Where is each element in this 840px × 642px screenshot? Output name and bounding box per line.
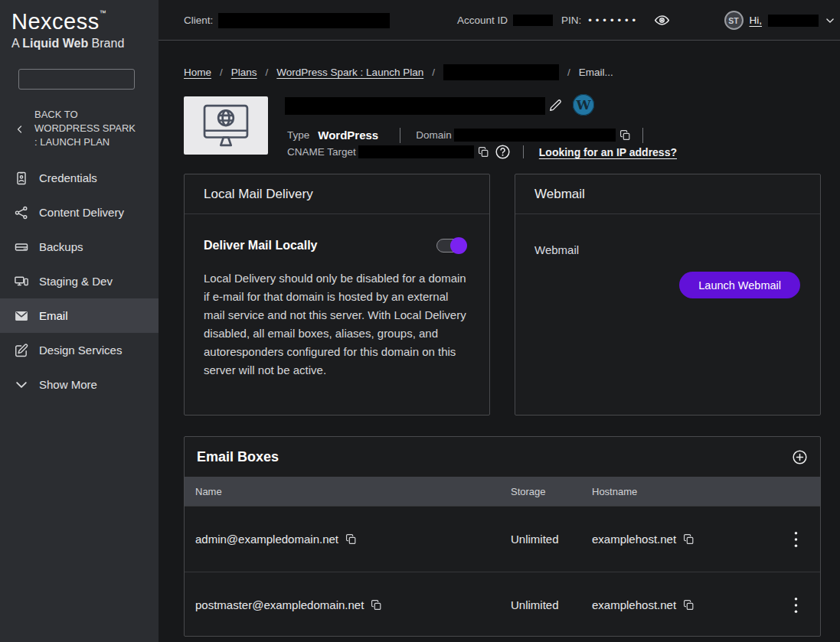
site-name-redacted: [285, 97, 545, 115]
card-title: Local Mail Delivery: [185, 174, 489, 214]
pencil-icon[interactable]: [549, 99, 562, 112]
sidebar-item-label: Design Services: [39, 344, 122, 357]
backups-icon: [14, 240, 29, 255]
client-value-redacted: [218, 13, 390, 28]
breadcrumb-separator: /: [567, 67, 570, 78]
chevron-down-icon[interactable]: [825, 15, 835, 26]
avatar[interactable]: ST: [724, 11, 744, 30]
sidebar-item-label: Content Delivery: [39, 206, 124, 219]
divider: [523, 145, 524, 158]
deliver-mail-locally-label: Deliver Mail Locally: [204, 239, 318, 253]
type-label: Type: [287, 129, 309, 141]
design-icon: [14, 343, 29, 358]
client-group: Client:: [184, 0, 390, 41]
sidebar-item-label: Show More: [39, 378, 97, 391]
breadcrumb-item[interactable]: Plans: [231, 67, 257, 78]
storage-value: Unlimited: [511, 598, 592, 611]
email-boxes-title: Email Boxes: [197, 449, 279, 465]
breadcrumb-separator: /: [266, 67, 269, 78]
breadcrumb: Home/Plans/WordPress Spark : Launch Plan…: [184, 64, 613, 80]
copy-icon[interactable]: [371, 599, 382, 611]
user-menu[interactable]: ST Hi,: [724, 0, 836, 41]
domain-label: Domain: [416, 129, 452, 141]
column-hostname: Hostname: [592, 486, 771, 497]
sidebar-search: [18, 69, 135, 90]
copy-icon[interactable]: [345, 533, 357, 545]
domain-value-redacted: [454, 129, 616, 142]
ip-address-link[interactable]: Looking for an IP address?: [539, 146, 677, 158]
content-delivery-icon: [14, 205, 29, 220]
type-value: WordPress: [318, 129, 378, 142]
site-meta-row-1: Type WordPress Domain: [287, 127, 643, 143]
credentials-icon: [14, 171, 29, 186]
sidebar-item-backups[interactable]: Backups: [0, 230, 159, 264]
email-address: admin@exampledomain.net: [195, 533, 338, 546]
copy-icon[interactable]: [619, 129, 631, 141]
account-id-redacted: [513, 15, 553, 26]
site-thumbnail: [184, 96, 268, 155]
table-row: admin@exampledomain.netUnlimitedexampleh…: [185, 506, 820, 572]
sidebar-item-label: Credentials: [39, 171, 97, 184]
sidebar-item-credentials[interactable]: Credentials: [0, 161, 159, 195]
search-input[interactable]: [19, 70, 163, 89]
chevron-left-icon: [15, 125, 25, 134]
email-address: postmaster@exampledomain.net: [195, 598, 364, 611]
back-to-plan-link[interactable]: BACK TO WORDPRESS SPARK : LAUNCH PLAN: [0, 108, 159, 149]
eye-icon[interactable]: [654, 12, 670, 28]
sidebar-item-staging-dev[interactable]: Staging & Dev: [0, 264, 159, 298]
pin-group: PIN: •••••••: [561, 0, 670, 41]
breadcrumb-item[interactable]: WordPress Spark : Launch Plan: [276, 67, 423, 78]
username-redacted: [768, 15, 819, 27]
chevron-down-icon: [14, 377, 29, 393]
pin-masked-value: •••••••: [588, 15, 639, 26]
breadcrumb-item: Email...: [579, 67, 613, 78]
staging-icon: [14, 274, 29, 289]
deliver-mail-locally-toggle[interactable]: [436, 239, 466, 253]
hostname-value: examplehost.net: [592, 598, 676, 611]
table-header: Name Storage Hostname: [185, 477, 820, 506]
sidebar-item-label: Backups: [39, 240, 83, 253]
breadcrumb-item[interactable]: Home: [184, 67, 211, 78]
local-delivery-description: Local Delivery should only be disabled f…: [204, 269, 472, 380]
wordpress-logo: W: [573, 94, 594, 116]
row-actions-kebab[interactable]: [784, 524, 807, 555]
nexcess-logo: Nexcess™ A Liquid Web Brand: [11, 9, 124, 51]
monitor-globe-icon: [200, 103, 252, 148]
divider: [400, 128, 400, 143]
breadcrumb-separator: /: [220, 67, 223, 78]
sidebar-item-label: Email: [39, 309, 68, 322]
cname-value-redacted: [358, 145, 474, 158]
cname-label: CNAME Target: [287, 146, 356, 158]
trademark: ™: [100, 9, 107, 17]
hostname-value: examplehost.net: [592, 533, 676, 546]
column-storage: Storage: [511, 486, 592, 497]
divider: [642, 128, 643, 143]
table-row: postmaster@exampledomain.netUnlimitedexa…: [185, 572, 820, 637]
sidebar-nav: CredentialsContent DeliveryBackupsStagin…: [0, 161, 159, 402]
client-label: Client:: [184, 15, 213, 26]
copy-icon[interactable]: [683, 533, 695, 545]
account-id-label: Account ID: [457, 15, 508, 26]
launch-webmail-button[interactable]: Launch Webmail: [679, 272, 800, 298]
card-title: Webmail: [515, 174, 820, 214]
site-meta-row-2: CNAME Target Looking for an IP address?: [287, 144, 677, 160]
kebab-icon: [794, 597, 798, 614]
question-icon[interactable]: [495, 144, 511, 160]
brand-tagline: A Liquid Web Brand: [11, 37, 124, 51]
copy-icon[interactable]: [478, 146, 489, 158]
topbar: Client: Account ID PIN: ••••••• ST Hi,: [159, 0, 840, 41]
pin-label: PIN:: [561, 15, 581, 26]
sidebar-item-email[interactable]: Email: [0, 298, 159, 333]
sidebar-item-content-delivery[interactable]: Content Delivery: [0, 195, 159, 230]
plus-circle-icon[interactable]: [792, 449, 808, 465]
sidebar-item-design-services[interactable]: Design Services: [0, 333, 159, 367]
email-boxes-card: Email Boxes Name Storage Hostname admin@…: [184, 436, 821, 637]
greeting-link[interactable]: Hi,: [750, 15, 763, 26]
brand-name: Nexcess: [11, 9, 100, 34]
column-name: Name: [195, 486, 511, 497]
sidebar-item-show-more[interactable]: Show More: [0, 367, 159, 402]
row-actions-kebab[interactable]: [784, 590, 807, 621]
copy-icon[interactable]: [683, 599, 695, 611]
kebab-icon: [794, 531, 798, 548]
webmail-label: Webmail: [534, 243, 801, 256]
